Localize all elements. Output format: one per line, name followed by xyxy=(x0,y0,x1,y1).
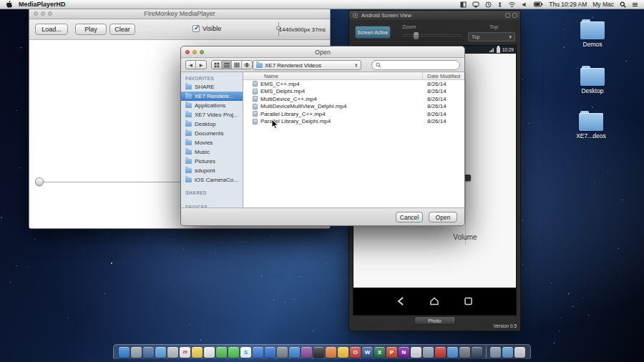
time-machine-icon[interactable] xyxy=(485,1,492,8)
dock-icon-app-store[interactable] xyxy=(265,347,275,358)
dock-icon-finder[interactable] xyxy=(119,347,130,358)
visible-checkbox[interactable]: ✓ Visible xyxy=(192,25,221,32)
forward-button[interactable]: ▶ xyxy=(196,61,206,69)
location-popup[interactable]: XE7 Rendered Videos ▲▼ xyxy=(253,60,361,70)
dock-icon-itunes[interactable] xyxy=(253,347,263,358)
dock-icon-terminal[interactable] xyxy=(313,347,324,358)
sidebar-item-desktop[interactable]: Desktop xyxy=(181,119,243,129)
android-window-titlebar[interactable]: x Android Screen View xyxy=(349,11,520,20)
clear-button[interactable]: Clear xyxy=(109,24,135,35)
list-view-button[interactable] xyxy=(222,61,232,69)
load-button[interactable]: Load... xyxy=(35,24,68,35)
volume-slider-track[interactable] xyxy=(465,73,466,245)
dock-icon-powerpoint[interactable]: P xyxy=(386,347,397,358)
dock-icon-word[interactable]: W xyxy=(362,347,373,358)
dock-icon-trash[interactable] xyxy=(514,347,525,358)
open-dialog-titlebar[interactable]: Open xyxy=(181,47,464,58)
column-name[interactable]: Name xyxy=(243,73,278,79)
file-row[interactable]: MultiDeviceMultiView_Delphi.mp48/26/14 xyxy=(243,103,464,111)
dock-icon-launchpad[interactable] xyxy=(131,347,142,358)
firemonkey-titlebar[interactable]: FireMonkey MediaPlayer xyxy=(29,8,330,19)
file-row[interactable]: EMS_C++.mp48/26/14 xyxy=(243,80,464,88)
dock-icon-notes[interactable] xyxy=(192,347,203,358)
zoom-window-icon[interactable] xyxy=(48,11,52,16)
menubar-app-name[interactable]: MediaPlayerHD xyxy=(19,1,66,8)
dock-icon-reminders[interactable] xyxy=(204,347,215,358)
wifi-icon[interactable] xyxy=(508,1,516,8)
screen-active-button[interactable]: Screen Active xyxy=(355,26,391,39)
search-input[interactable] xyxy=(371,60,460,70)
window-controls[interactable] xyxy=(185,50,204,54)
menubar-clock[interactable]: Thu 10:29 AM xyxy=(549,1,587,8)
desktop-icon-demos[interactable]: Demos xyxy=(575,21,610,48)
battery-icon[interactable] xyxy=(534,1,543,7)
home-icon[interactable] xyxy=(429,296,439,306)
spotlight-icon[interactable] xyxy=(620,1,626,8)
zoom-slider-knob[interactable] xyxy=(414,32,419,39)
dock-icon-mail[interactable] xyxy=(155,347,166,358)
photo-button[interactable]: Photo xyxy=(414,316,456,325)
dock-icon-textedit[interactable] xyxy=(411,347,421,358)
dock-icon-onenote[interactable]: N xyxy=(399,347,409,358)
close-icon[interactable] xyxy=(185,50,190,54)
checkbox-icon[interactable]: ✓ xyxy=(192,25,200,32)
minimize-icon[interactable] xyxy=(41,11,45,16)
dock-icon-contacts[interactable] xyxy=(167,347,178,358)
dock-icon-excel[interactable]: X xyxy=(374,347,385,358)
file-row[interactable]: EMS_Delphi.mp48/26/14 xyxy=(243,88,464,96)
sidebar-item-music[interactable]: Music xyxy=(181,147,243,157)
sidebar-item-documents[interactable]: Documents xyxy=(181,129,243,138)
dock-icon-photo-booth[interactable] xyxy=(301,347,312,358)
column-date-modified[interactable]: Date Modified xyxy=(427,73,460,79)
position-dropdown[interactable]: Top ▾ xyxy=(468,32,515,41)
dock-icon-facetime[interactable] xyxy=(228,347,239,358)
close-icon[interactable] xyxy=(34,11,38,16)
bluetooth-icon[interactable] xyxy=(497,1,502,8)
dock-icon-messages[interactable] xyxy=(216,347,227,358)
dock-icon-calendar[interactable]: 28 xyxy=(180,347,190,358)
notification-center-icon[interactable] xyxy=(632,1,638,8)
column-view-button[interactable] xyxy=(232,61,242,69)
dock-icon-vm[interactable] xyxy=(472,347,482,358)
cancel-button[interactable]: Cancel xyxy=(396,212,423,222)
display-icon[interactable] xyxy=(472,1,479,8)
sidebar-item-share[interactable]: SHARE xyxy=(181,82,243,92)
sidebar-item-xe7-rendered[interactable]: XE7 Rendere... xyxy=(181,92,243,101)
recents-icon[interactable] xyxy=(464,296,473,306)
sidebar-item-pictures[interactable]: Pictures xyxy=(181,157,243,166)
close-icon[interactable]: x xyxy=(353,13,358,18)
window-controls[interactable] xyxy=(34,11,52,16)
sidebar-item-xe7-video-projects[interactable]: XE7 Video Proj... xyxy=(181,110,243,119)
dock-icon-opera[interactable]: O xyxy=(350,347,361,358)
play-button[interactable]: Play xyxy=(75,24,107,35)
minimize-icon[interactable] xyxy=(192,50,197,54)
seek-slider-knob[interactable] xyxy=(35,177,44,186)
back-icon[interactable] xyxy=(396,296,405,306)
dock-icon-documents-stack[interactable] xyxy=(490,347,501,358)
desktop-icon-xe7-videos[interactable]: XE7...deos xyxy=(574,113,608,140)
dock-icon-firefox[interactable] xyxy=(326,347,336,358)
apple-menu-icon[interactable] xyxy=(6,1,12,9)
dock-icon-mission-control[interactable] xyxy=(143,347,154,358)
zoom-window-icon[interactable] xyxy=(200,50,204,54)
dock-icon-preview[interactable] xyxy=(423,347,434,358)
dock-icon-utilities[interactable] xyxy=(459,347,470,358)
open-button[interactable]: Open xyxy=(429,212,457,222)
sidebar-item-ios-camera[interactable]: iOS CameraCo... xyxy=(181,175,243,185)
back-button[interactable]: ◀ xyxy=(186,61,196,69)
zoom-slider[interactable] xyxy=(402,34,462,36)
input-menu-icon[interactable] xyxy=(460,1,467,8)
dock-icon-skype[interactable]: S xyxy=(240,347,251,358)
file-list-header[interactable]: Name Date Modified xyxy=(243,72,464,80)
maximize-icon[interactable] xyxy=(512,13,517,18)
dock-icon-downloads-stack[interactable] xyxy=(502,347,513,358)
volume-icon[interactable] xyxy=(522,1,528,8)
dock-icon-rad-studio[interactable] xyxy=(435,347,446,358)
minimize-icon[interactable] xyxy=(505,13,510,18)
sidebar-item-sdupont[interactable]: sdupont xyxy=(181,166,243,175)
coverflow-view-button[interactable] xyxy=(242,61,252,69)
icon-view-button[interactable] xyxy=(212,61,222,69)
sidebar-item-applications[interactable]: Applications xyxy=(181,101,243,110)
file-row[interactable]: MultiDevice_C++.mp48/26/14 xyxy=(243,95,464,103)
file-row[interactable]: Parallel Library_C++.mp48/26/14 xyxy=(243,110,464,118)
